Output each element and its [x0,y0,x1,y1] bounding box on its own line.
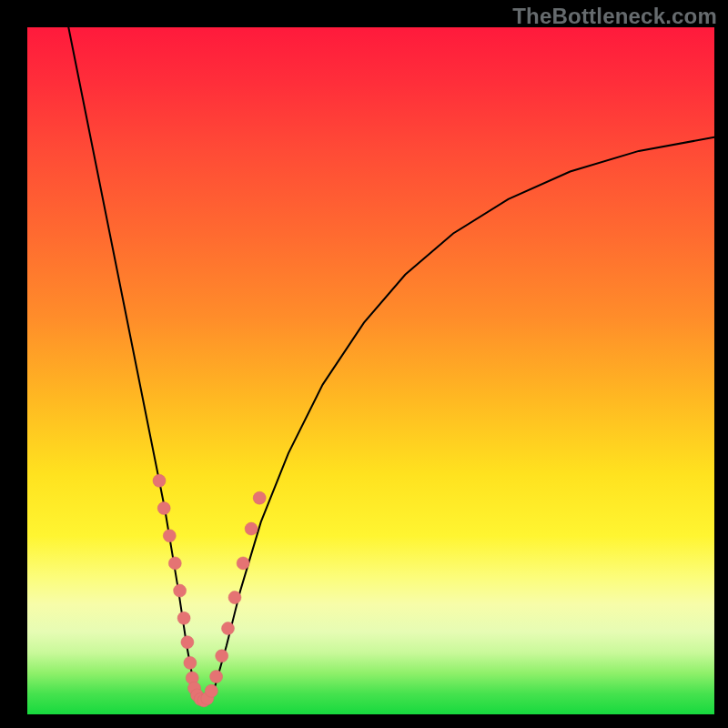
highlighted-point [174,584,187,597]
highlighted-point [245,522,258,535]
highlighted-point [237,557,249,570]
plot-area [27,27,714,714]
highlighted-point [168,557,181,570]
highlighted-point [228,592,241,604]
bottleneck-curve-svg [27,27,714,714]
highlighted-point [222,622,235,635]
chart-frame: TheBottleneck.com [0,0,728,728]
highlighted-point [184,656,197,669]
highlighted-point [210,671,223,683]
highlighted-point [253,491,266,504]
highlighted-point [205,684,217,697]
highlighted-point [181,636,194,649]
highlighted-point [157,502,170,515]
highlighted-point [177,612,190,624]
highlighted-point [216,650,228,662]
highlighted-point [153,474,166,487]
bottleneck-curve [68,27,714,701]
watermark-text: TheBottleneck.com [512,4,717,29]
highlighted-points-group [153,474,266,707]
highlighted-point [163,530,176,542]
